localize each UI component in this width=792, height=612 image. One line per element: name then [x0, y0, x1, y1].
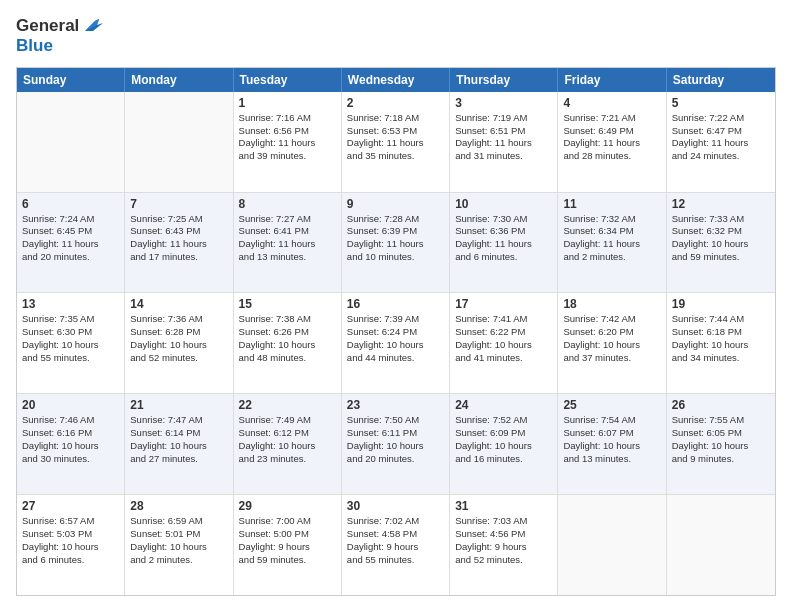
day-number: 4	[563, 96, 660, 110]
cell-line: Daylight: 10 hours	[22, 440, 119, 453]
calendar-cell	[125, 92, 233, 192]
day-number: 22	[239, 398, 336, 412]
cell-line: Sunset: 6:20 PM	[563, 326, 660, 339]
day-number: 12	[672, 197, 770, 211]
cell-line: and 59 minutes.	[239, 554, 336, 567]
cell-line: Sunset: 4:56 PM	[455, 528, 552, 541]
cell-line: and 52 minutes.	[455, 554, 552, 567]
cell-line: and 17 minutes.	[130, 251, 227, 264]
calendar-cell: 15Sunrise: 7:38 AMSunset: 6:26 PMDayligh…	[234, 293, 342, 393]
cell-line: Sunset: 6:36 PM	[455, 225, 552, 238]
calendar-cell: 8Sunrise: 7:27 AMSunset: 6:41 PMDaylight…	[234, 193, 342, 293]
cell-line: Daylight: 11 hours	[563, 137, 660, 150]
day-number: 2	[347, 96, 444, 110]
logo-blue: Blue	[16, 36, 53, 56]
header-cell-thursday: Thursday	[450, 68, 558, 92]
cell-line: Sunset: 6:22 PM	[455, 326, 552, 339]
day-number: 29	[239, 499, 336, 513]
cell-line: Sunrise: 7:44 AM	[672, 313, 770, 326]
day-number: 19	[672, 297, 770, 311]
cell-line: and 48 minutes.	[239, 352, 336, 365]
calendar-cell: 16Sunrise: 7:39 AMSunset: 6:24 PMDayligh…	[342, 293, 450, 393]
cell-line: Sunset: 6:30 PM	[22, 326, 119, 339]
cell-line: and 39 minutes.	[239, 150, 336, 163]
cell-line: Sunrise: 7:38 AM	[239, 313, 336, 326]
cell-line: Sunrise: 7:30 AM	[455, 213, 552, 226]
day-number: 30	[347, 499, 444, 513]
cell-line: Daylight: 10 hours	[239, 339, 336, 352]
calendar-cell: 20Sunrise: 7:46 AMSunset: 6:16 PMDayligh…	[17, 394, 125, 494]
cell-line: Sunrise: 7:50 AM	[347, 414, 444, 427]
cell-line: Sunrise: 7:25 AM	[130, 213, 227, 226]
cell-line: Daylight: 10 hours	[239, 440, 336, 453]
cell-line: Daylight: 10 hours	[672, 339, 770, 352]
cell-line: Sunset: 5:00 PM	[239, 528, 336, 541]
cell-line: and 27 minutes.	[130, 453, 227, 466]
cell-line: Daylight: 9 hours	[347, 541, 444, 554]
cell-line: and 52 minutes.	[130, 352, 227, 365]
cell-line: Sunset: 6:43 PM	[130, 225, 227, 238]
cell-line: Daylight: 11 hours	[347, 238, 444, 251]
cell-line: Daylight: 10 hours	[22, 339, 119, 352]
logo-general: General	[16, 16, 79, 36]
cell-line: Daylight: 11 hours	[672, 137, 770, 150]
calendar-cell: 24Sunrise: 7:52 AMSunset: 6:09 PMDayligh…	[450, 394, 558, 494]
cell-line: and 55 minutes.	[347, 554, 444, 567]
calendar-cell: 30Sunrise: 7:02 AMSunset: 4:58 PMDayligh…	[342, 495, 450, 595]
calendar-cell: 25Sunrise: 7:54 AMSunset: 6:07 PMDayligh…	[558, 394, 666, 494]
calendar-cell	[667, 495, 775, 595]
day-number: 24	[455, 398, 552, 412]
cell-line: Sunrise: 7:28 AM	[347, 213, 444, 226]
cell-line: Sunset: 6:09 PM	[455, 427, 552, 440]
calendar-cell: 4Sunrise: 7:21 AMSunset: 6:49 PMDaylight…	[558, 92, 666, 192]
cell-line: and 6 minutes.	[22, 554, 119, 567]
cell-line: Sunset: 6:05 PM	[672, 427, 770, 440]
cell-line: Daylight: 10 hours	[563, 339, 660, 352]
cell-line: Sunrise: 7:55 AM	[672, 414, 770, 427]
calendar-cell: 7Sunrise: 7:25 AMSunset: 6:43 PMDaylight…	[125, 193, 233, 293]
calendar-cell: 10Sunrise: 7:30 AMSunset: 6:36 PMDayligh…	[450, 193, 558, 293]
cell-line: Sunset: 6:49 PM	[563, 125, 660, 138]
calendar-cell: 1Sunrise: 7:16 AMSunset: 6:56 PMDaylight…	[234, 92, 342, 192]
cell-line: Daylight: 10 hours	[347, 440, 444, 453]
cell-line: Sunrise: 7:03 AM	[455, 515, 552, 528]
cell-line: Sunrise: 7:35 AM	[22, 313, 119, 326]
day-number: 7	[130, 197, 227, 211]
cell-line: and 28 minutes.	[563, 150, 660, 163]
cell-line: Sunset: 6:26 PM	[239, 326, 336, 339]
day-number: 27	[22, 499, 119, 513]
cell-line: and 30 minutes.	[22, 453, 119, 466]
cell-line: Sunrise: 7:18 AM	[347, 112, 444, 125]
cell-line: Sunrise: 7:19 AM	[455, 112, 552, 125]
calendar-cell: 21Sunrise: 7:47 AMSunset: 6:14 PMDayligh…	[125, 394, 233, 494]
cell-line: and 34 minutes.	[672, 352, 770, 365]
calendar-cell: 13Sunrise: 7:35 AMSunset: 6:30 PMDayligh…	[17, 293, 125, 393]
day-number: 16	[347, 297, 444, 311]
cell-line: Daylight: 11 hours	[239, 137, 336, 150]
calendar-cell: 11Sunrise: 7:32 AMSunset: 6:34 PMDayligh…	[558, 193, 666, 293]
cell-line: Sunrise: 7:27 AM	[239, 213, 336, 226]
cell-line: Sunset: 5:01 PM	[130, 528, 227, 541]
calendar-cell: 14Sunrise: 7:36 AMSunset: 6:28 PMDayligh…	[125, 293, 233, 393]
cell-line: and 37 minutes.	[563, 352, 660, 365]
cell-line: Sunrise: 7:49 AM	[239, 414, 336, 427]
cell-line: and 9 minutes.	[672, 453, 770, 466]
cell-line: Sunrise: 7:47 AM	[130, 414, 227, 427]
cell-line: Sunrise: 7:36 AM	[130, 313, 227, 326]
cell-line: Sunrise: 7:21 AM	[563, 112, 660, 125]
cell-line: Sunset: 6:51 PM	[455, 125, 552, 138]
calendar-cell: 5Sunrise: 7:22 AMSunset: 6:47 PMDaylight…	[667, 92, 775, 192]
cell-line: Daylight: 9 hours	[239, 541, 336, 554]
cell-line: Sunset: 6:45 PM	[22, 225, 119, 238]
day-number: 8	[239, 197, 336, 211]
cell-line: Sunrise: 7:41 AM	[455, 313, 552, 326]
cell-line: and 10 minutes.	[347, 251, 444, 264]
calendar-row-4: 27Sunrise: 6:57 AMSunset: 5:03 PMDayligh…	[17, 495, 775, 595]
header-cell-friday: Friday	[558, 68, 666, 92]
cell-line: Daylight: 10 hours	[455, 339, 552, 352]
header-cell-sunday: Sunday	[17, 68, 125, 92]
calendar-row-3: 20Sunrise: 7:46 AMSunset: 6:16 PMDayligh…	[17, 394, 775, 495]
cell-line: Sunset: 6:07 PM	[563, 427, 660, 440]
header-cell-tuesday: Tuesday	[234, 68, 342, 92]
cell-line: Sunrise: 7:24 AM	[22, 213, 119, 226]
